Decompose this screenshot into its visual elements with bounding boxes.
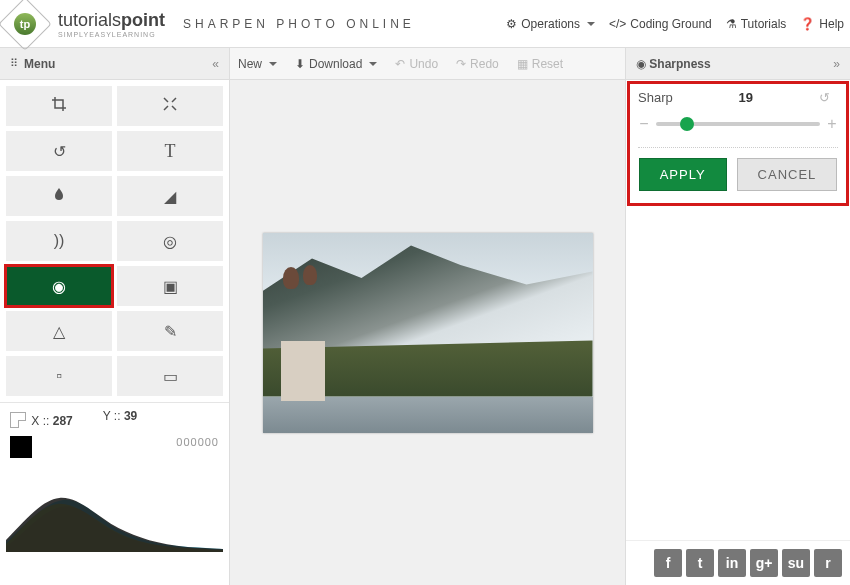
apply-button[interactable]: APPLY bbox=[639, 158, 727, 191]
logo-icon: tp bbox=[0, 0, 52, 50]
tool-frame[interactable]: ▭ bbox=[117, 356, 223, 396]
sharp-slider[interactable] bbox=[656, 122, 820, 126]
app-header: tp tutorialspoint SIMPLYEASYLEARNING SHA… bbox=[0, 0, 850, 48]
flask-icon: ⚗ bbox=[726, 17, 737, 31]
tool-image[interactable]: ▣ bbox=[117, 266, 223, 306]
collapse-right-icon[interactable]: » bbox=[833, 57, 840, 71]
reset-button[interactable]: ▦ Reset bbox=[517, 57, 563, 71]
secondary-toolbar: ⠿ Menu « New ⬇ Download ↶ Undo ↷ Redo ▦ … bbox=[0, 48, 850, 80]
fullscreen-icon bbox=[162, 96, 178, 116]
tool-resize[interactable]: ▫ bbox=[6, 356, 112, 396]
tool-rotate[interactable]: ↺ bbox=[6, 131, 112, 171]
tool-drop[interactable] bbox=[6, 176, 112, 216]
operations-label: Operations bbox=[521, 17, 580, 31]
coord-y-value: 39 bbox=[124, 409, 137, 423]
download-icon: ⬇ bbox=[295, 57, 305, 71]
code-icon: </> bbox=[609, 17, 626, 31]
undo-label: Undo bbox=[409, 57, 438, 71]
tool-crop[interactable] bbox=[6, 86, 112, 126]
tool-text[interactable]: T bbox=[117, 131, 223, 171]
eye-icon: ◉ bbox=[636, 57, 646, 71]
sitemap-icon: ⚙ bbox=[506, 17, 517, 31]
reset-icon: ▦ bbox=[517, 57, 528, 71]
new-menu[interactable]: New bbox=[238, 57, 277, 71]
social-links: fting+sur bbox=[626, 540, 850, 585]
new-label: New bbox=[238, 57, 262, 71]
undo-button[interactable]: ↶ Undo bbox=[395, 57, 438, 71]
canvas-area[interactable] bbox=[230, 80, 625, 585]
crop-icon bbox=[51, 96, 67, 116]
slider-thumb[interactable] bbox=[680, 117, 694, 131]
coding-ground-link[interactable]: </> Coding Ground bbox=[609, 17, 712, 31]
color-icon: △ bbox=[53, 322, 65, 341]
contrast-icon: ◎ bbox=[163, 232, 177, 251]
sharpness-title: Sharpness bbox=[649, 57, 710, 71]
waves-icon: )) bbox=[54, 232, 65, 250]
tool-sidebar: ↺T◢))◎◉▣△✎▫▭ X :: 287 Y :: 39 000000 bbox=[0, 80, 230, 585]
revert-icon[interactable]: ↺ bbox=[819, 90, 830, 105]
exposure-icon: ◢ bbox=[164, 187, 176, 206]
brush-icon: ✎ bbox=[164, 322, 177, 341]
tool-contrast[interactable]: ◎ bbox=[117, 221, 223, 261]
coord-y-label: Y :: bbox=[103, 409, 121, 423]
social-t[interactable]: t bbox=[686, 549, 714, 577]
menu-panel-header[interactable]: ⠿ Menu « bbox=[0, 48, 230, 79]
child-indicator-icon bbox=[10, 412, 26, 428]
tool-color[interactable]: △ bbox=[6, 311, 112, 351]
collapse-left-icon[interactable]: « bbox=[212, 57, 219, 71]
sharp-value: 19 bbox=[739, 90, 753, 105]
brand-text-bold: point bbox=[121, 10, 165, 30]
tool-eye[interactable]: ◉ bbox=[6, 266, 112, 306]
tutorials-link[interactable]: ⚗ Tutorials bbox=[726, 17, 787, 31]
tool-waves[interactable]: )) bbox=[6, 221, 112, 261]
help-link[interactable]: ❓ Help bbox=[800, 17, 844, 31]
help-icon: ❓ bbox=[800, 17, 815, 31]
slider-decrease[interactable]: − bbox=[638, 115, 650, 133]
drop-icon bbox=[51, 186, 67, 206]
image-icon: ▣ bbox=[163, 277, 178, 296]
frame-icon: ▭ bbox=[163, 367, 178, 386]
sharp-label: Sharp bbox=[638, 90, 673, 105]
resize-icon: ▫ bbox=[56, 367, 62, 385]
social-su[interactable]: su bbox=[782, 549, 810, 577]
brand-tagline: SIMPLYEASYLEARNING bbox=[58, 31, 165, 38]
help-label: Help bbox=[819, 17, 844, 31]
redo-icon: ↷ bbox=[456, 57, 466, 71]
eye-icon: ◉ bbox=[52, 277, 66, 296]
histogram bbox=[6, 462, 223, 552]
menu-label: Menu bbox=[24, 57, 55, 71]
social-in[interactable]: in bbox=[718, 549, 746, 577]
cancel-button[interactable]: CANCEL bbox=[737, 158, 838, 191]
social-r[interactable]: r bbox=[814, 549, 842, 577]
color-hex-value: 000000 bbox=[176, 436, 219, 448]
tool-brush[interactable]: ✎ bbox=[117, 311, 223, 351]
coord-x-value: 287 bbox=[53, 414, 73, 428]
brand-logo[interactable]: tp tutorialspoint SIMPLYEASYLEARNING bbox=[6, 5, 165, 43]
redo-label: Redo bbox=[470, 57, 499, 71]
brand-text: tutorials bbox=[58, 10, 121, 30]
image-preview[interactable] bbox=[263, 233, 593, 433]
text-icon: T bbox=[165, 141, 176, 162]
color-swatch[interactable] bbox=[10, 436, 32, 458]
tutorials-label: Tutorials bbox=[741, 17, 787, 31]
coding-label: Coding Ground bbox=[630, 17, 711, 31]
properties-panel: Sharp 19 ↺ − + APPLY CANCEL fting+sur bbox=[625, 80, 850, 585]
download-label: Download bbox=[309, 57, 362, 71]
undo-icon: ↶ bbox=[395, 57, 405, 71]
download-menu[interactable]: ⬇ Download bbox=[295, 57, 377, 71]
social-f[interactable]: f bbox=[654, 549, 682, 577]
menu-icon: ⠿ bbox=[10, 57, 18, 70]
reset-label: Reset bbox=[532, 57, 563, 71]
social-g+[interactable]: g+ bbox=[750, 549, 778, 577]
tool-exposure[interactable]: ◢ bbox=[117, 176, 223, 216]
tool-fullscreen[interactable] bbox=[117, 86, 223, 126]
coord-x-label: X :: bbox=[31, 414, 49, 428]
sharpness-panel-header[interactable]: ◉ Sharpness » bbox=[625, 48, 850, 79]
operations-menu[interactable]: ⚙ Operations bbox=[506, 17, 595, 31]
rotate-icon: ↺ bbox=[53, 142, 66, 161]
slider-increase[interactable]: + bbox=[826, 115, 838, 133]
page-title: SHARPEN PHOTO ONLINE bbox=[183, 17, 415, 31]
redo-button[interactable]: ↷ Redo bbox=[456, 57, 499, 71]
sharpness-controls: Sharp 19 ↺ − + APPLY CANCEL bbox=[630, 84, 846, 203]
